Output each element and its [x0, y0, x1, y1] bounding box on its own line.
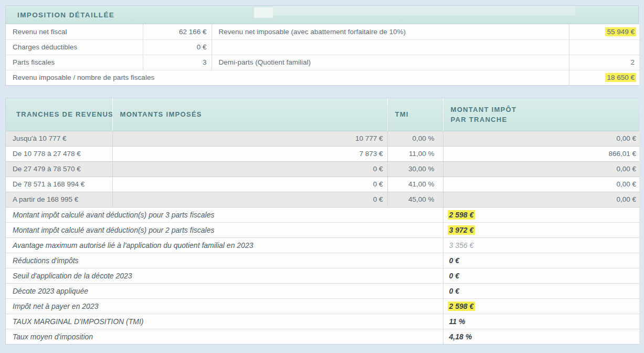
row-label: Parts fiscales: [6, 55, 143, 70]
value-text: 3 356 €: [448, 241, 476, 250]
summary-value: 11 %: [443, 314, 639, 329]
column-header-tranches: TRANCHES DE REVENUS: [6, 98, 112, 131]
bracket-amount: 0 €: [112, 192, 387, 207]
imposition-detaillee-panel: IMPOSITION DÉTAILLÉE Revenu net fiscal 6…: [5, 5, 639, 86]
table-row: Revenu net fiscal 62 166 € Revenu net im…: [6, 24, 639, 39]
summary-label: Décote 2023 appliquée: [6, 283, 443, 298]
summary-label: Seuil d'application de la décote 2023: [6, 268, 443, 283]
bracket-tax: 0,00 €: [443, 131, 639, 146]
column-header-montant-impot: MONTANT IMPÔT PAR TRANCHE: [443, 98, 639, 131]
row-label: Revenu imposable / nombre de parts fisca…: [6, 70, 569, 85]
header-line-2: PAR TRANCHE: [451, 115, 640, 124]
panel-header-bar: IMPOSITION DÉTAILLÉE: [6, 6, 638, 24]
bracket-range: A partir de 168 995 €: [6, 192, 112, 207]
bracket-rate: 30,00 %: [387, 161, 443, 176]
row-value: 0 €: [143, 39, 212, 55]
summary-value: 4,18 %: [443, 329, 639, 344]
row-value: 3: [143, 55, 212, 70]
summary-value: 2 598 €: [443, 298, 639, 314]
row-label: Demi-parts (Quotient familial): [212, 55, 569, 70]
bracket-amount: 7 873 €: [112, 146, 387, 161]
table-header-row: TRANCHES DE REVENUS MONTANTS IMPOSÉS TMI…: [6, 98, 639, 131]
tax-brackets-panel: TRANCHES DE REVENUS MONTANTS IMPOSÉS TMI…: [5, 98, 639, 345]
bracket-rate: 41,00 %: [387, 176, 443, 192]
bracket-amount: 0 €: [112, 161, 387, 176]
row-value: 18 650 €: [569, 70, 639, 85]
bracket-tax: 0,00 €: [443, 176, 639, 192]
highlighted-value: 3 972 €: [448, 225, 476, 235]
column-header-tmi: TMI: [387, 98, 443, 131]
table-row: Revenu imposable / nombre de parts fisca…: [6, 70, 639, 85]
bracket-row: De 27 479 à 78 570 € 0 € 30,00 % 0,00 €: [6, 161, 639, 176]
table-row: Charges déductibles 0 €: [6, 39, 639, 55]
highlighted-value: 18 650 €: [605, 73, 636, 82]
value-text: 2: [629, 58, 636, 67]
bracket-range: De 27 479 à 78 570 €: [6, 161, 112, 176]
row-value: 62 166 €: [143, 24, 212, 39]
row-value: [569, 39, 639, 55]
value-text: 11 %: [448, 317, 467, 326]
bracket-range: De 78 571 à 168 994 €: [6, 176, 112, 192]
bracket-rate: 11,00 %: [387, 146, 443, 161]
bracket-row: De 10 778 à 27 478 € 7 873 € 11,00 % 866…: [6, 146, 639, 161]
bracket-range: De 10 778 à 27 478 €: [6, 146, 112, 161]
bracket-tax: 0,00 €: [443, 161, 639, 176]
header-sheen-patch: [254, 7, 273, 18]
summary-row: Avantage maximum autorisé lié à l'applic…: [6, 237, 639, 253]
bracket-row: De 78 571 à 168 994 € 0 € 41,00 % 0,00 €: [6, 176, 639, 192]
summary-label: Montant impôt calculé avant déduction(s)…: [6, 207, 443, 222]
tax-brackets-table: TRANCHES DE REVENUS MONTANTS IMPOSÉS TMI…: [6, 98, 639, 344]
summary-label: Avantage maximum autorisé lié à l'applic…: [6, 237, 443, 253]
summary-row: Décote 2023 appliquée 0 €: [6, 283, 639, 298]
summary-row: TAUX MARGINAL D'IMPOSITION (TMI) 11 %: [6, 314, 639, 329]
summary-row: Montant impôt calculé avant déduction(s)…: [6, 207, 639, 222]
header-line-1: MONTANT IMPÔT: [451, 105, 640, 115]
summary-row: Seuil d'application de la décote 2023 0 …: [6, 268, 639, 283]
bracket-tax: 866,01 €: [443, 146, 639, 161]
panel-title: IMPOSITION DÉTAILLÉE: [6, 11, 114, 19]
summary-value: 0 €: [443, 283, 639, 298]
value-text: [633, 48, 636, 49]
row-value: 2: [569, 55, 639, 70]
value-text: 62 166 €: [177, 27, 208, 36]
summary-value: 3 972 €: [443, 222, 639, 237]
bracket-amount: 0 €: [112, 176, 387, 192]
summary-row: Taux moyen d'imposition 4,18 %: [6, 329, 639, 344]
summary-row: Montant impôt calculé avant déduction(s)…: [6, 222, 639, 237]
highlighted-value: 2 598 €: [448, 302, 476, 311]
summary-row: Impôt net à payer en 2023 2 598 €: [6, 298, 639, 314]
summary-label: Réductions d'impôts: [6, 253, 443, 268]
value-text: 0 €: [448, 271, 461, 281]
value-text: 0 €: [448, 286, 461, 296]
bracket-rate: 0,00 %: [387, 131, 443, 146]
header-sheen-strip: [273, 6, 575, 15]
bracket-amount: 10 777 €: [112, 131, 387, 146]
summary-value: 3 356 €: [443, 237, 639, 253]
highlighted-value: 55 949 €: [605, 27, 636, 36]
table-row: Parts fiscales 3 Demi-parts (Quotient fa…: [6, 55, 639, 70]
tax-simulator-page: { "colors": { "page_background": "#dde8f…: [0, 0, 644, 353]
summary-row: Réductions d'impôts 0 €: [6, 253, 639, 268]
row-label: [212, 39, 569, 55]
summary-label: Montant impôt calculé avant déduction(s)…: [6, 222, 443, 237]
row-label: Revenu net imposable (avec abattement fo…: [212, 24, 569, 39]
income-summary-table: Revenu net fiscal 62 166 € Revenu net im…: [6, 24, 639, 85]
summary-label: TAUX MARGINAL D'IMPOSITION (TMI): [6, 314, 443, 329]
highlighted-value: 2 598 €: [448, 210, 476, 220]
value-text: 4,18 %: [448, 332, 474, 341]
bracket-row: A partir de 168 995 € 0 € 45,00 % 0,00 €: [6, 192, 639, 207]
summary-value: 2 598 €: [443, 207, 639, 222]
bracket-range: Jusqu'à 10 777 €: [6, 131, 112, 146]
bracket-row: Jusqu'à 10 777 € 10 777 € 0,00 % 0,00 €: [6, 131, 639, 146]
row-value: 55 949 €: [569, 24, 639, 39]
row-label: Charges déductibles: [6, 39, 143, 55]
value-text: 0 €: [448, 256, 461, 265]
summary-value: 0 €: [443, 253, 639, 268]
row-label: Revenu net fiscal: [6, 24, 143, 39]
value-text: 3: [201, 58, 208, 67]
summary-label: Taux moyen d'imposition: [6, 329, 443, 344]
summary-value: 0 €: [443, 268, 639, 283]
value-text: 0 €: [195, 43, 208, 51]
bracket-tax: 0,00 €: [443, 192, 639, 207]
bracket-rate: 45,00 %: [387, 192, 443, 207]
